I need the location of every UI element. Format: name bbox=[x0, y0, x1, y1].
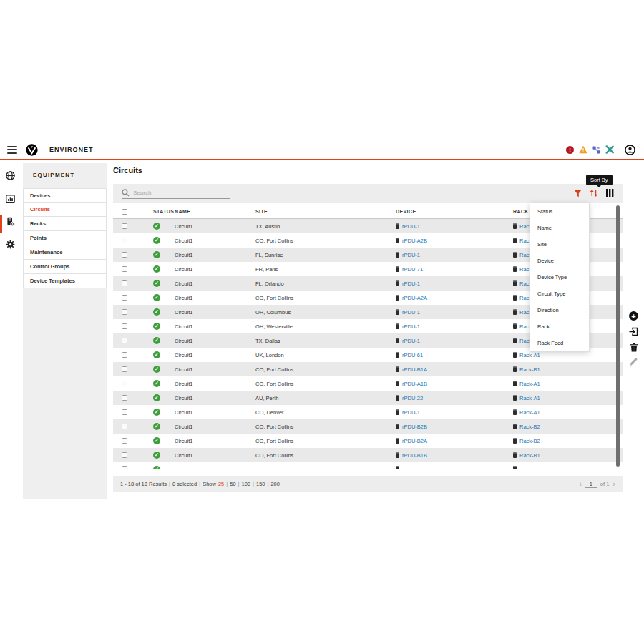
device-link-label[interactable]: rPDU-A2B bbox=[402, 238, 427, 244]
edit-pencil-icon[interactable] bbox=[629, 358, 638, 368]
device-link-label[interactable]: rPDU-71 bbox=[402, 266, 423, 273]
column-name[interactable]: NAME bbox=[175, 209, 255, 214]
sort-icon[interactable] bbox=[590, 189, 598, 197]
rack-link-label[interactable]: Rack-A1 bbox=[519, 381, 540, 387]
rack-link-label[interactable]: Rac bbox=[519, 309, 529, 316]
device-link-label[interactable]: rPDU-22 bbox=[402, 395, 423, 401]
previous-page-icon[interactable]: ‹ bbox=[579, 480, 582, 488]
dashboards-icon[interactable] bbox=[6, 193, 15, 206]
rack-link-label[interactable]: Rac bbox=[519, 223, 529, 230]
sort-menu-item[interactable]: Name bbox=[530, 220, 589, 236]
move-to-icon[interactable] bbox=[629, 327, 638, 336]
row-checkbox[interactable] bbox=[122, 452, 127, 458]
account-icon[interactable] bbox=[625, 145, 635, 155]
add-circuit-button[interactable]: + bbox=[629, 311, 638, 321]
device-link-label[interactable]: rPDU-B2B bbox=[402, 424, 427, 430]
sort-menu-item[interactable]: Device Type bbox=[530, 269, 589, 286]
page-size-option[interactable]: 200 bbox=[270, 481, 280, 487]
rack-link-label[interactable]: Rack-B2 bbox=[519, 438, 540, 444]
table-row[interactable]: ✓ Circuit1 CO, Fort Collins rPDU-B2A Rac… bbox=[113, 434, 623, 448]
equipment-icon[interactable] bbox=[6, 216, 15, 229]
rack-link-label[interactable]: Rac bbox=[519, 266, 529, 273]
row-checkbox[interactable] bbox=[122, 295, 127, 301]
device-links-icon[interactable] bbox=[592, 146, 600, 154]
row-checkbox[interactable] bbox=[122, 352, 127, 358]
columns-icon[interactable] bbox=[606, 189, 614, 197]
page-size-option[interactable]: 50 bbox=[230, 481, 235, 487]
column-status[interactable]: STATUS bbox=[146, 209, 175, 214]
sidebar-item[interactable]: Devices bbox=[23, 188, 107, 203]
row-checkbox[interactable] bbox=[122, 266, 127, 272]
sidebar-item[interactable]: Circuits bbox=[23, 203, 107, 217]
search-input[interactable] bbox=[133, 190, 226, 196]
rack-link-label[interactable]: Rack-B1 bbox=[519, 366, 540, 373]
column-device[interactable]: DEVICE bbox=[396, 209, 513, 214]
row-checkbox[interactable] bbox=[122, 381, 127, 386]
critical-alarm-icon[interactable]: ! bbox=[566, 146, 574, 154]
rack-link-label[interactable]: Rac bbox=[519, 280, 529, 287]
device-link-label[interactable]: rPDU-1 bbox=[402, 309, 420, 316]
sidebar-item[interactable]: Racks bbox=[23, 217, 107, 231]
sort-menu-item[interactable]: Status bbox=[530, 203, 589, 220]
sort-menu-item[interactable]: Device bbox=[530, 253, 589, 269]
row-checkbox[interactable] bbox=[122, 424, 127, 429]
row-checkbox[interactable] bbox=[122, 438, 127, 444]
page-size-option[interactable]: 150 bbox=[256, 481, 265, 487]
sort-menu-item[interactable]: Site bbox=[530, 236, 589, 253]
device-link-label[interactable]: rPDU-1 bbox=[402, 252, 420, 258]
rack-link-label[interactable]: Rack-A1 bbox=[519, 395, 540, 401]
row-checkbox[interactable] bbox=[122, 280, 127, 286]
row-checkbox[interactable] bbox=[122, 252, 127, 258]
row-checkbox[interactable] bbox=[122, 395, 127, 401]
row-checkbox[interactable] bbox=[122, 238, 127, 243]
device-link-label[interactable]: rPDU-B2A bbox=[402, 438, 427, 444]
table-row[interactable]: ✓ Circuit1 CO, Fort Collins rPDU-B2B Rac… bbox=[113, 419, 623, 434]
filter-icon[interactable] bbox=[574, 190, 582, 197]
sort-menu-item[interactable]: Rack Feed bbox=[530, 335, 589, 351]
table-row[interactable]: ✓ Circuit1 CO, Denver rPDU-1 Rack-A1 bbox=[113, 405, 623, 419]
menu-icon[interactable] bbox=[7, 144, 17, 155]
settings-gear-icon[interactable] bbox=[6, 239, 15, 252]
device-link-label[interactable]: rPDU-B1B bbox=[402, 452, 427, 459]
device-link-label[interactable]: rPDU-A2A bbox=[402, 295, 427, 301]
sort-menu-item[interactable]: Rack bbox=[530, 318, 589, 335]
next-page-icon[interactable]: › bbox=[613, 480, 615, 488]
rack-link-label[interactable]: Rack-B1 bbox=[519, 452, 540, 459]
device-link-label[interactable]: rPDU-1 bbox=[402, 323, 420, 330]
row-checkbox[interactable] bbox=[122, 338, 127, 343]
sort-menu-item[interactable]: Circuit Type bbox=[530, 286, 589, 302]
device-link-label[interactable]: rPDU-B1A bbox=[402, 366, 427, 373]
rack-link-label[interactable]: Rac bbox=[519, 252, 529, 258]
sidebar-item[interactable]: Control Groups bbox=[23, 260, 107, 274]
rack-link-label[interactable]: Rack-A1 bbox=[519, 409, 540, 416]
row-checkbox[interactable] bbox=[122, 323, 127, 329]
table-row[interactable]: ✓ bbox=[113, 462, 623, 469]
tools-icon[interactable] bbox=[605, 145, 614, 154]
row-checkbox[interactable] bbox=[122, 466, 127, 469]
delete-icon[interactable] bbox=[630, 343, 638, 352]
device-link-label[interactable]: rPDU-61 bbox=[402, 352, 423, 358]
page-size-option[interactable]: 25 bbox=[218, 481, 224, 487]
device-link-label[interactable]: rPDU-A1B bbox=[402, 381, 427, 387]
sidebar-item[interactable]: Maintenance bbox=[23, 245, 107, 260]
page-size-option[interactable]: 100 bbox=[242, 481, 251, 487]
table-scrollbar[interactable] bbox=[616, 205, 620, 467]
row-checkbox[interactable] bbox=[122, 309, 127, 315]
device-link-label[interactable]: rPDU-1 bbox=[402, 409, 420, 416]
sidebar-item[interactable]: Device Templates bbox=[23, 274, 107, 288]
device-link-label[interactable]: rPDU-1 bbox=[402, 338, 420, 344]
rack-link-label[interactable]: Rac bbox=[519, 238, 529, 244]
warning-alarm-icon[interactable] bbox=[579, 145, 587, 154]
row-checkbox[interactable] bbox=[122, 366, 127, 372]
device-link-label[interactable]: rPDU-1 bbox=[402, 223, 420, 230]
select-all-checkbox[interactable] bbox=[122, 209, 127, 215]
row-checkbox[interactable] bbox=[122, 409, 127, 415]
sidebar-item[interactable]: Points bbox=[23, 231, 107, 245]
rack-link-label[interactable]: Rac bbox=[519, 295, 529, 301]
table-row[interactable]: ✓ Circuit1 CO, Fort Collins rPDU-B1B Rac… bbox=[113, 448, 623, 462]
rack-link-label[interactable]: Rack-A1 bbox=[519, 352, 540, 358]
table-row[interactable]: ✓ Circuit1 AU, Perth rPDU-22 Rack-A1 bbox=[113, 391, 623, 405]
device-link-label[interactable]: rPDU-1 bbox=[402, 280, 420, 287]
table-row[interactable]: ✓ Circuit1 CO, Fort Collins rPDU-B1A Rac… bbox=[113, 362, 623, 376]
row-checkbox[interactable] bbox=[122, 223, 127, 229]
